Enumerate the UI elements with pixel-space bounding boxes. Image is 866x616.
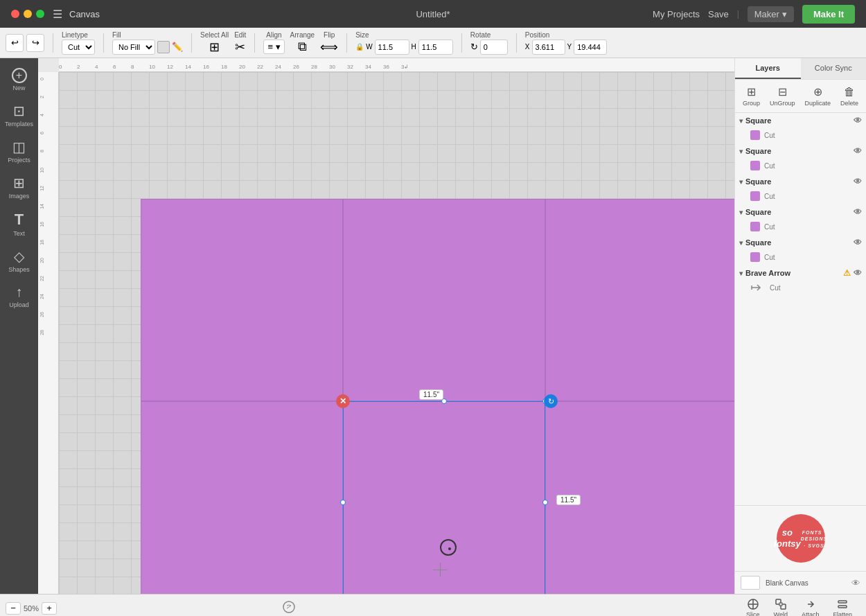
attach-button[interactable]: Attach bbox=[802, 598, 820, 616]
arrange-button[interactable]: ⧉ bbox=[298, 39, 307, 54]
canvas-area[interactable]: 0 2 4 6 8 10 12 14 16 18 20 22 24 26 28 … bbox=[38, 58, 734, 594]
zoom-out-button[interactable]: − bbox=[6, 602, 21, 615]
hamburger-menu-icon[interactable]: ☰ bbox=[53, 8, 62, 21]
layer-header-square-4[interactable]: ▾ Square 👁 bbox=[735, 204, 866, 220]
delete-button[interactable]: 🗑 Delete bbox=[836, 85, 863, 108]
group-button[interactable]: ⊞ Group bbox=[739, 84, 764, 108]
eye-icon-3[interactable]: 👁 bbox=[854, 177, 862, 186]
select-all-label: Select All bbox=[200, 31, 229, 39]
eye-icon-arrow[interactable]: 👁 bbox=[854, 268, 862, 278]
close-window-button[interactable] bbox=[11, 10, 19, 18]
edit-button[interactable]: ✂ bbox=[235, 39, 245, 55]
eye-icon-5[interactable]: 👁 bbox=[854, 238, 862, 247]
layer-header-brave-arrow[interactable]: ▾ Brave Arrow ⚠ 👁 bbox=[735, 265, 866, 281]
linetype-group: Linetype Cut bbox=[62, 31, 95, 55]
layer-item-square-3[interactable]: Cut bbox=[735, 189, 866, 203]
layer-header-square-2[interactable]: ▾ Square 👁 bbox=[735, 143, 866, 159]
layer-item-brave-arrow[interactable]: Cut bbox=[735, 281, 866, 294]
sidebar-item-new[interactable]: + New bbox=[0, 64, 38, 96]
lock-icon: 🔒 bbox=[355, 43, 364, 51]
sidebar-item-images[interactable]: ⊞ Images bbox=[0, 170, 38, 204]
layer-name-square-4: Square bbox=[745, 208, 851, 216]
ruler-v-tick-16: 16 bbox=[39, 222, 44, 227]
zoom-in-button[interactable]: + bbox=[42, 602, 57, 615]
ruler-tick-32: 32 bbox=[347, 64, 353, 70]
ruler-tick-18: 18 bbox=[221, 64, 227, 70]
canvas-shape-square-4[interactable] bbox=[141, 401, 343, 594]
ruler-tick-12: 12 bbox=[167, 64, 173, 70]
app-name-label: Canvas bbox=[69, 9, 100, 19]
flatten-icon bbox=[836, 598, 849, 610]
make-it-button[interactable]: Make It bbox=[802, 5, 855, 24]
ruler-v-tick-18: 18 bbox=[39, 240, 44, 245]
linetype-select[interactable]: Cut bbox=[62, 39, 95, 55]
canvas-shape-square-1[interactable] bbox=[141, 199, 343, 401]
save-button[interactable]: Save bbox=[708, 9, 729, 19]
ruler-v-tick-2: 2 bbox=[39, 96, 44, 98]
blank-canvas-eye-icon[interactable]: 👁 bbox=[851, 578, 860, 588]
ruler-tick-28: 28 bbox=[311, 64, 317, 70]
redo-button[interactable]: ↪ bbox=[26, 34, 44, 52]
layer-header-square-1[interactable]: ▾ Square 👁 bbox=[735, 113, 866, 128]
maker-selector[interactable]: Maker ▾ bbox=[748, 6, 794, 22]
canvas-content[interactable]: ✕ ↻ 11.5" 11.5" bbox=[59, 72, 734, 594]
ruler-horizontal: 0 2 4 6 8 10 12 14 16 18 20 22 24 26 28 … bbox=[59, 58, 734, 72]
rotate-selection-handle[interactable]: ↻ bbox=[544, 394, 558, 408]
delete-selection-button[interactable]: ✕ bbox=[336, 394, 350, 408]
fill-color-swatch[interactable] bbox=[157, 41, 170, 53]
layer-item-square-1[interactable]: Cut bbox=[735, 128, 866, 142]
tab-layers[interactable]: Layers bbox=[735, 58, 801, 79]
collapse-icon-4: ▾ bbox=[739, 209, 743, 216]
canvas-shape-square-3[interactable] bbox=[545, 199, 734, 401]
layer-item-square-4[interactable]: Cut bbox=[735, 220, 866, 234]
right-panel: Layers Color Sync ⊞ Group ⊟ UnGroup ⊕ Du… bbox=[734, 58, 866, 594]
fill-label: Fill bbox=[112, 31, 183, 39]
sidebar-item-shapes-label: Shapes bbox=[8, 266, 30, 273]
align-button[interactable]: ≡ ▾ bbox=[263, 39, 284, 54]
rotate-input[interactable] bbox=[480, 39, 508, 55]
height-input[interactable] bbox=[418, 39, 453, 55]
maximize-window-button[interactable] bbox=[36, 10, 44, 18]
sidebar-item-projects[interactable]: ◫ Projects bbox=[0, 134, 38, 168]
layer-group-3: ▾ Square 👁 Cut bbox=[735, 174, 866, 203]
flatten-button[interactable]: Flatten bbox=[833, 598, 852, 616]
ungroup-button[interactable]: ⊟ UnGroup bbox=[766, 84, 799, 108]
feedback-icon[interactable] bbox=[282, 600, 296, 616]
layer-swatch-3 bbox=[750, 191, 760, 201]
ruler-v-tick-0: 0 bbox=[39, 78, 44, 80]
sidebar-item-text[interactable]: T Text bbox=[0, 206, 38, 241]
fill-select[interactable]: No Fill bbox=[112, 39, 155, 55]
eye-icon-2[interactable]: 👁 bbox=[854, 146, 862, 156]
sidebar-item-templates[interactable]: ⊡ Templates bbox=[0, 98, 38, 132]
canvas-shape-square-5[interactable] bbox=[343, 401, 545, 594]
minimize-window-button[interactable] bbox=[24, 10, 32, 18]
images-icon: ⊞ bbox=[13, 175, 25, 191]
my-projects-button[interactable]: My Projects bbox=[653, 9, 700, 19]
layer-item-square-5[interactable]: Cut bbox=[735, 250, 866, 264]
blank-canvas-item[interactable]: Blank Canvas 👁 bbox=[735, 571, 866, 594]
slice-button[interactable]: Slice bbox=[746, 598, 760, 616]
duplicate-button[interactable]: ⊕ Duplicate bbox=[800, 84, 835, 108]
tab-color-sync[interactable]: Color Sync bbox=[801, 58, 867, 79]
eye-icon-4[interactable]: 👁 bbox=[854, 207, 862, 217]
flip-button[interactable]: ⟺ bbox=[320, 39, 338, 55]
collapse-icon-1: ▾ bbox=[739, 117, 743, 125]
layer-header-square-5[interactable]: ▾ Square 👁 bbox=[735, 235, 866, 250]
layer-cut-2: Cut bbox=[764, 162, 775, 170]
sidebar-item-upload[interactable]: ↑ Upload bbox=[0, 280, 38, 313]
ruler-tick-10: 10 bbox=[149, 64, 155, 70]
eye-icon-1[interactable]: 👁 bbox=[854, 116, 862, 125]
undo-button[interactable]: ↩ bbox=[6, 34, 24, 52]
sidebar-item-shapes[interactable]: ◇ Shapes bbox=[0, 244, 38, 277]
size-group: Size 🔒 W H bbox=[355, 31, 453, 55]
layer-item-square-2[interactable]: Cut bbox=[735, 159, 866, 173]
y-input[interactable] bbox=[574, 39, 607, 55]
layer-header-square-3[interactable]: ▾ Square 👁 bbox=[735, 174, 866, 189]
select-all-button[interactable]: ⊞ bbox=[209, 39, 220, 55]
x-input[interactable] bbox=[532, 39, 565, 55]
fill-pencil-icon: ✏️ bbox=[172, 42, 183, 52]
templates-icon: ⊡ bbox=[13, 103, 25, 119]
canvas-shape-square-2[interactable] bbox=[343, 199, 545, 401]
weld-button[interactable]: Weld bbox=[774, 598, 788, 616]
width-input[interactable] bbox=[375, 39, 409, 55]
